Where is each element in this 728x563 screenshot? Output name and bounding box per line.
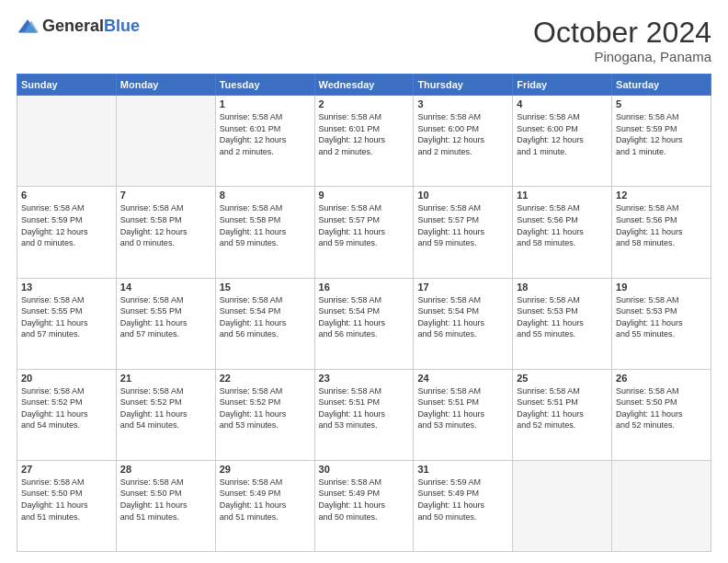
calendar-cell: 7Sunrise: 5:58 AM Sunset: 5:58 PM Daylig… [116,187,215,278]
day-number: 26 [616,373,707,384]
day-info: Sunrise: 5:58 AM Sunset: 5:53 PM Dayligh… [616,294,707,340]
day-number: 11 [517,190,608,201]
week-row-3: 13Sunrise: 5:58 AM Sunset: 5:55 PM Dayli… [17,278,711,369]
calendar-cell: 17Sunrise: 5:58 AM Sunset: 5:54 PM Dayli… [414,278,513,369]
header: GeneralBlue October 2024 Pinogana, Panam… [17,17,711,64]
day-number: 9 [319,190,410,201]
calendar-cell: 4Sunrise: 5:58 AM Sunset: 6:00 PM Daylig… [513,96,612,187]
page: GeneralBlue October 2024 Pinogana, Panam… [0,0,728,563]
day-info: Sunrise: 5:58 AM Sunset: 5:53 PM Dayligh… [517,294,608,340]
col-header-sunday: Sunday [17,75,117,96]
day-info: Sunrise: 5:58 AM Sunset: 5:51 PM Dayligh… [517,385,608,431]
col-header-thursday: Thursday [414,75,513,96]
calendar-cell: 18Sunrise: 5:58 AM Sunset: 5:53 PM Dayli… [513,278,612,369]
day-info: Sunrise: 5:59 AM Sunset: 5:49 PM Dayligh… [417,477,508,523]
day-number: 30 [319,464,410,475]
day-number: 6 [21,190,112,201]
day-info: Sunrise: 5:58 AM Sunset: 5:54 PM Dayligh… [319,294,410,340]
calendar-cell: 12Sunrise: 5:58 AM Sunset: 5:56 PM Dayli… [612,187,711,278]
day-info: Sunrise: 5:58 AM Sunset: 5:58 PM Dayligh… [120,202,211,248]
day-info: Sunrise: 5:58 AM Sunset: 5:50 PM Dayligh… [616,385,707,431]
day-info: Sunrise: 5:58 AM Sunset: 6:01 PM Dayligh… [319,111,410,157]
calendar-cell [17,96,117,187]
calendar-cell: 23Sunrise: 5:58 AM Sunset: 5:51 PM Dayli… [314,369,414,460]
logo-icon [17,17,39,36]
col-header-saturday: Saturday [612,75,711,96]
logo-text: GeneralBlue [42,17,140,36]
week-row-1: 1Sunrise: 5:58 AM Sunset: 6:01 PM Daylig… [17,96,711,187]
location: Pinogana, Panama [533,49,711,64]
week-row-2: 6Sunrise: 5:58 AM Sunset: 5:59 PM Daylig… [17,187,711,278]
calendar-cell: 8Sunrise: 5:58 AM Sunset: 5:58 PM Daylig… [215,187,314,278]
day-number: 17 [417,282,508,293]
day-info: Sunrise: 5:58 AM Sunset: 5:50 PM Dayligh… [21,477,112,523]
calendar-cell: 3Sunrise: 5:58 AM Sunset: 6:00 PM Daylig… [414,96,513,187]
calendar-cell: 15Sunrise: 5:58 AM Sunset: 5:54 PM Dayli… [215,278,314,369]
calendar-table: SundayMondayTuesdayWednesdayThursdayFrid… [17,74,711,552]
calendar-cell: 30Sunrise: 5:58 AM Sunset: 5:49 PM Dayli… [314,460,414,551]
day-number: 1 [220,98,311,109]
day-info: Sunrise: 5:58 AM Sunset: 5:52 PM Dayligh… [220,385,311,431]
month-title: October 2024 [533,17,711,49]
day-info: Sunrise: 5:58 AM Sunset: 5:59 PM Dayligh… [616,111,707,157]
col-header-tuesday: Tuesday [215,75,314,96]
calendar-cell: 27Sunrise: 5:58 AM Sunset: 5:50 PM Dayli… [17,460,117,551]
calendar-cell: 2Sunrise: 5:58 AM Sunset: 6:01 PM Daylig… [314,96,414,187]
day-number: 27 [21,464,112,475]
day-info: Sunrise: 5:58 AM Sunset: 5:49 PM Dayligh… [319,477,410,523]
calendar-cell: 9Sunrise: 5:58 AM Sunset: 5:57 PM Daylig… [314,187,414,278]
day-number: 19 [616,282,707,293]
day-number: 29 [220,464,311,475]
day-info: Sunrise: 5:58 AM Sunset: 5:58 PM Dayligh… [220,202,311,248]
calendar-cell [612,460,711,551]
calendar-cell: 10Sunrise: 5:58 AM Sunset: 5:57 PM Dayli… [414,187,513,278]
day-number: 16 [319,282,410,293]
day-number: 14 [120,282,211,293]
calendar-cell: 24Sunrise: 5:58 AM Sunset: 5:51 PM Dayli… [414,369,513,460]
day-number: 5 [616,98,707,109]
day-info: Sunrise: 5:58 AM Sunset: 5:54 PM Dayligh… [220,294,311,340]
calendar-cell: 13Sunrise: 5:58 AM Sunset: 5:55 PM Dayli… [17,278,117,369]
day-info: Sunrise: 5:58 AM Sunset: 5:57 PM Dayligh… [319,202,410,248]
col-header-friday: Friday [513,75,612,96]
calendar-cell: 5Sunrise: 5:58 AM Sunset: 5:59 PM Daylig… [612,96,711,187]
day-number: 23 [319,373,410,384]
day-number: 10 [417,190,508,201]
day-number: 20 [21,373,112,384]
day-number: 3 [417,98,508,109]
calendar-cell: 28Sunrise: 5:58 AM Sunset: 5:50 PM Dayli… [116,460,215,551]
calendar-cell: 26Sunrise: 5:58 AM Sunset: 5:50 PM Dayli… [612,369,711,460]
day-number: 28 [120,464,211,475]
day-info: Sunrise: 5:58 AM Sunset: 5:52 PM Dayligh… [21,385,112,431]
calendar-cell: 16Sunrise: 5:58 AM Sunset: 5:54 PM Dayli… [314,278,414,369]
day-info: Sunrise: 5:58 AM Sunset: 5:49 PM Dayligh… [220,477,311,523]
day-number: 4 [517,98,608,109]
calendar-cell: 11Sunrise: 5:58 AM Sunset: 5:56 PM Dayli… [513,187,612,278]
calendar-cell: 25Sunrise: 5:58 AM Sunset: 5:51 PM Dayli… [513,369,612,460]
calendar-cell: 1Sunrise: 5:58 AM Sunset: 6:01 PM Daylig… [215,96,314,187]
day-info: Sunrise: 5:58 AM Sunset: 6:00 PM Dayligh… [417,111,508,157]
calendar-cell: 14Sunrise: 5:58 AM Sunset: 5:55 PM Dayli… [116,278,215,369]
day-info: Sunrise: 5:58 AM Sunset: 5:50 PM Dayligh… [120,477,211,523]
day-info: Sunrise: 5:58 AM Sunset: 5:55 PM Dayligh… [120,294,211,340]
day-number: 7 [120,190,211,201]
calendar-cell: 21Sunrise: 5:58 AM Sunset: 5:52 PM Dayli… [116,369,215,460]
day-number: 25 [517,373,608,384]
day-info: Sunrise: 5:58 AM Sunset: 6:00 PM Dayligh… [517,111,608,157]
day-number: 13 [21,282,112,293]
calendar-cell: 19Sunrise: 5:58 AM Sunset: 5:53 PM Dayli… [612,278,711,369]
calendar-cell: 22Sunrise: 5:58 AM Sunset: 5:52 PM Dayli… [215,369,314,460]
col-header-monday: Monday [116,75,215,96]
calendar-cell: 6Sunrise: 5:58 AM Sunset: 5:59 PM Daylig… [17,187,117,278]
calendar-cell [513,460,612,551]
title-block: October 2024 Pinogana, Panama [533,17,711,64]
day-info: Sunrise: 5:58 AM Sunset: 5:51 PM Dayligh… [319,385,410,431]
calendar-cell: 20Sunrise: 5:58 AM Sunset: 5:52 PM Dayli… [17,369,117,460]
day-info: Sunrise: 5:58 AM Sunset: 5:57 PM Dayligh… [417,202,508,248]
day-number: 8 [220,190,311,201]
calendar-header-row: SundayMondayTuesdayWednesdayThursdayFrid… [17,75,711,96]
logo: GeneralBlue [17,17,140,36]
day-info: Sunrise: 5:58 AM Sunset: 5:56 PM Dayligh… [616,202,707,248]
day-info: Sunrise: 5:58 AM Sunset: 5:55 PM Dayligh… [21,294,112,340]
day-number: 21 [120,373,211,384]
